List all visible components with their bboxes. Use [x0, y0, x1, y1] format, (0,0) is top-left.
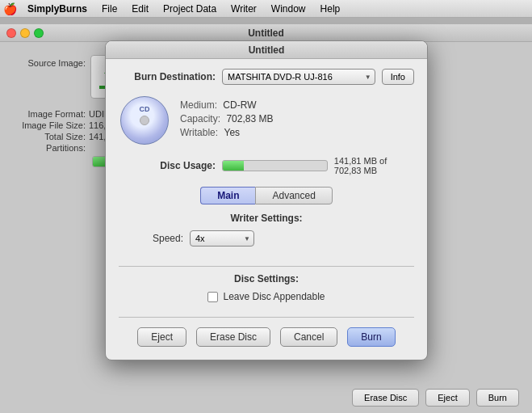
- img-format-label: Image Format:: [13, 109, 86, 119]
- apple-menu[interactable]: 🍎: [3, 2, 16, 15]
- bg-bottom-buttons: Erase Disc Eject Burn: [352, 389, 519, 407]
- writer-settings-section: Writer Settings: Speed: 4x ▼: [119, 213, 414, 259]
- traffic-lights: [6, 28, 44, 38]
- burn-dest-row: Burn Destination: MATSHITA DVD-R UJ-816 …: [119, 69, 414, 85]
- modal-titlebar: Untitled: [106, 41, 427, 59]
- medium-row: Medium: CD-RW: [180, 99, 273, 111]
- eject-button[interactable]: Eject: [137, 327, 186, 347]
- tab-advanced[interactable]: Advanced: [255, 187, 332, 204]
- menu-window[interactable]: Window: [265, 2, 312, 15]
- disc-usage-text: 141,81 MB of 702,83 MB: [334, 156, 414, 175]
- writer-settings-title: Writer Settings:: [119, 213, 414, 224]
- erase-disc-button[interactable]: Erase Disc: [196, 327, 270, 347]
- menu-edit[interactable]: Edit: [125, 2, 155, 15]
- leave-appendable-label: Leave Disc Appendable: [223, 291, 325, 302]
- bg-window-title: Untitled: [248, 27, 284, 39]
- bg-titlebar: Untitled: [0, 24, 532, 42]
- menu-project-data[interactable]: Project Data: [157, 2, 223, 15]
- minimize-button[interactable]: [20, 28, 30, 38]
- cd-details: Medium: CD-RW Capacity: 702,83 MB Writab…: [180, 95, 273, 138]
- section-divider: [119, 266, 414, 267]
- bg-burn-button[interactable]: Burn: [476, 389, 519, 407]
- menu-file[interactable]: File: [95, 2, 124, 15]
- dropdown-arrow-icon: ▼: [365, 74, 371, 81]
- bg-erase-disc-button[interactable]: Erase Disc: [352, 389, 419, 407]
- close-button[interactable]: [6, 28, 16, 38]
- info-button[interactable]: Info: [382, 69, 414, 85]
- disc-settings-section: Disc Settings: Leave Disc Appendable: [119, 273, 414, 310]
- source-label: Source Image:: [13, 55, 86, 68]
- img-filesize-label: Image File Size:: [13, 120, 86, 130]
- disc-usage-row: Disc Usage: 141,81 MB of 702,83 MB: [119, 156, 414, 175]
- burn-dialog: Untitled Burn Destination: MATSHITA DVD-…: [105, 40, 428, 360]
- cd-info-section: CD Medium: CD-RW Capacity: 702,83 MB Wri…: [119, 95, 414, 146]
- total-size-label: Total Size:: [13, 132, 86, 141]
- modal-buttons: Eject Erase Disc Cancel Burn: [119, 317, 414, 347]
- total-size-value: 141,: [89, 132, 106, 141]
- cd-disc: CD: [120, 96, 169, 145]
- cd-icon: CD: [119, 95, 170, 146]
- cancel-button[interactable]: Cancel: [280, 327, 337, 347]
- tab-main[interactable]: Main: [200, 187, 255, 204]
- leave-appendable-row: Leave Disc Appendable: [119, 291, 414, 302]
- leave-appendable-checkbox[interactable]: [207, 292, 218, 302]
- disc-usage-label: Disc Usage:: [119, 160, 216, 171]
- speed-row: Speed: 4x ▼: [119, 230, 414, 247]
- menubar: 🍎 SimplyBurns File Edit Project Data Wri…: [0, 0, 532, 18]
- cd-hole: [140, 116, 149, 125]
- modal-content: Burn Destination: MATSHITA DVD-R UJ-816 …: [106, 59, 427, 360]
- maximize-button[interactable]: [34, 28, 44, 38]
- menu-help[interactable]: Help: [314, 2, 347, 15]
- menu-writer[interactable]: Writer: [224, 2, 263, 15]
- progress-bar: [222, 160, 328, 171]
- speed-dropdown[interactable]: 4x ▼: [190, 230, 254, 247]
- tabs-row: Main Advanced: [119, 187, 414, 204]
- cd-label: CD: [140, 105, 150, 113]
- capacity-row: Capacity: 702,83 MB: [180, 113, 273, 124]
- progress-fill: [223, 161, 244, 171]
- speed-arrow-icon: ▼: [244, 235, 250, 242]
- burn-dest-dropdown[interactable]: MATSHITA DVD-R UJ-816 ▼: [222, 69, 375, 85]
- speed-label: Speed:: [119, 233, 183, 244]
- disc-settings-title: Disc Settings:: [119, 273, 414, 284]
- burn-button[interactable]: Burn: [347, 327, 395, 347]
- menu-app[interactable]: SimplyBurns: [21, 2, 94, 15]
- bg-eject-button[interactable]: Eject: [425, 389, 469, 407]
- writable-row: Writable: Yes: [180, 127, 273, 138]
- modal-title: Untitled: [249, 44, 285, 56]
- img-filesize-value: 116,: [89, 120, 106, 130]
- partitions-label: Partitions:: [13, 143, 86, 153]
- burn-dest-label: Burn Destination:: [119, 71, 216, 82]
